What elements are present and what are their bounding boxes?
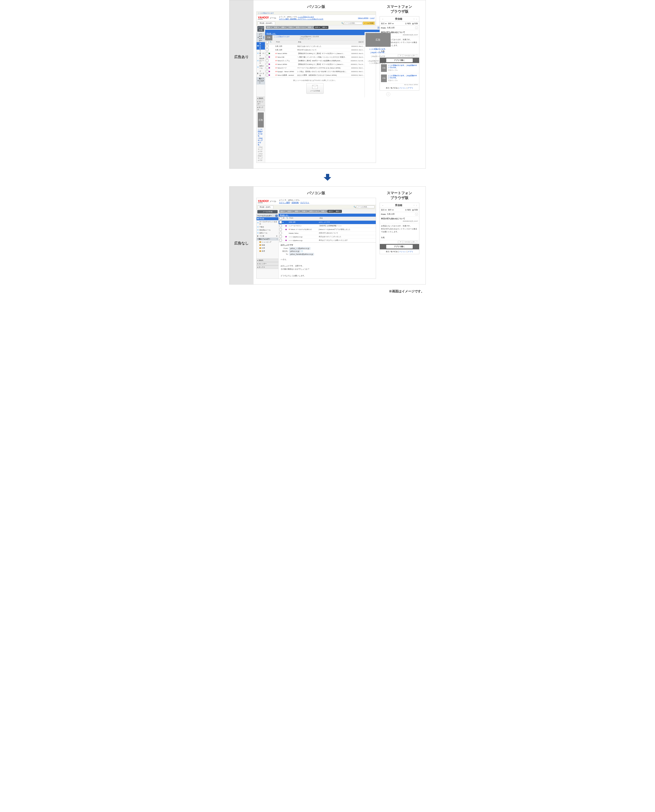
up-icon[interactable]: ↑ <box>413 204 415 206</box>
mail-row[interactable]: ☆ Y!Yahoo! メールからのお知らせ [Yahoo!メール]Android… <box>278 228 376 232</box>
top-ad-bar[interactable]: ここに広告が入ります <box>257 12 376 15</box>
sidebar-personal-folder[interactable]: 仕事 <box>257 246 278 249</box>
down-icon[interactable]: ↓ <box>415 204 418 206</box>
toolbar-button[interactable]: 返信 ▼ <box>279 210 286 213</box>
header-ad-link-1[interactable]: ここに広告が入ります <box>298 16 314 18</box>
from-chip[interactable]: yahoo_○○@yahoo.co.jp <box>289 247 311 249</box>
toolbar-button[interactable]: 削除 ▼ <box>320 210 328 213</box>
delete-button[interactable]: 🗑削除 <box>412 22 418 25</box>
toolbar-button[interactable]: 返信 ▼ <box>266 26 273 29</box>
toolbar-button[interactable]: 印刷 ▼ <box>288 26 295 29</box>
mail-row[interactable]: Y!Yahoo! JAPAN 【変動金利で0.399%よりご案内】ヤフーの住宅ロ… <box>265 63 364 66</box>
row-checkbox[interactable] <box>266 48 268 51</box>
footer-app-link[interactable]: アプリ <box>408 87 413 89</box>
row-checkbox[interactable] <box>266 70 268 73</box>
row-checkbox[interactable] <box>279 239 282 241</box>
reply-button[interactable]: 返信 ▼ <box>381 209 387 211</box>
back-icon[interactable]: ← <box>381 204 384 206</box>
inline-ad-row[interactable]: 広告 ここに広告が入ります これは広告のサンプルです広告が入ります <box>265 35 364 40</box>
inbox-header[interactable]: 受信箱（10） <box>265 32 364 35</box>
right-ad-column[interactable]: 広告 ここに広告が入ります。 これはサンプルです。 これはサンプルです これは広… <box>364 32 391 97</box>
row-checkbox[interactable] <box>279 235 282 238</box>
select-all-checkbox[interactable] <box>266 41 269 43</box>
toolbar-button[interactable]: 削除 ▼ <box>307 26 314 29</box>
inbox-tab[interactable]: 受信箱（全698件） <box>258 22 275 25</box>
toolbar-button[interactable]: 操作 ▼ <box>335 210 342 213</box>
register-info-link[interactable]: 登録情報 <box>292 201 299 204</box>
help-link[interactable]: ヘルプ <box>370 17 375 19</box>
header-links[interactable]: ログイン履歴 - 登録情報 - ログアウト - <box>279 18 308 20</box>
sidebar-personal-folder[interactable]: 家族 <box>257 243 278 246</box>
row-checkbox[interactable] <box>279 225 282 227</box>
yahoo-japan-link[interactable]: Yahoo! JAPAN <box>358 17 368 19</box>
row-checkbox[interactable] <box>266 55 268 58</box>
delete-button[interactable]: 🗑削除 <box>412 209 418 211</box>
info-icon[interactable]: ⓘ <box>301 250 303 252</box>
compose-button[interactable]: メールの作成 <box>257 210 278 214</box>
toolbar-button[interactable]: 印刷 ▼ <box>301 210 308 213</box>
toolbar-button[interactable]: 表示 ▼ <box>314 26 321 29</box>
row-checkbox[interactable] <box>266 66 268 69</box>
back-icon[interactable]: ← <box>381 18 384 20</box>
pagetop-button[interactable]: ⤒ ページトップへ <box>398 54 418 57</box>
sidebar-folder[interactable]: 📧迷惑メール <box>257 65 265 70</box>
mail-row[interactable]: Y!Yahoo!カード ヤフーカードなら毎月5のつく日で7%たまる [Yahoo… <box>265 66 364 70</box>
to2-chip[interactable]: yahoo_hanako@yahoo.co.jp <box>289 253 314 255</box>
search-input[interactable] <box>357 206 375 208</box>
personal-header[interactable]: ▼ 個人フォルダー+ <box>257 238 278 241</box>
row-checkbox[interactable] <box>266 45 268 48</box>
mail-row[interactable]: Y!Yahoo!プレミアム 【未獲得のご案内】2000円クーポン&会員費6カ月無… <box>265 59 364 63</box>
sidebar-folder[interactable]: 📧送信済みメール <box>257 229 278 232</box>
collapse-icon[interactable]: « <box>275 215 278 217</box>
row-checkbox[interactable] <box>279 221 282 223</box>
login-history-link[interactable]: ログイン履歴 <box>279 201 290 204</box>
report-button[interactable]: 🗒報告 <box>405 209 411 211</box>
row-checkbox[interactable] <box>266 74 268 76</box>
inbox-header[interactable]: 受信箱（8） <box>278 214 376 217</box>
mail-row[interactable]: Y!Yahoo! BB ＼宅配で届くインターネット回線／コンセントにさすだけ! … <box>265 55 364 59</box>
toolbar-button[interactable]: 転送 ▼ <box>273 26 280 29</box>
sidebar-ad[interactable]: 広告 ここに広告が入ります。 これはサンプルです。 これはサンプルです これは広… <box>258 112 264 161</box>
mail-row[interactable]: Y!Yahoo! 自動車 - carview! あなたの愛車、自賠責切れてません… <box>265 74 364 77</box>
inbox-tab[interactable]: 受信箱（全8件） <box>258 205 274 209</box>
header-ad-link-2[interactable]: ここに広告が入ります <box>308 18 323 20</box>
sidebar-folder[interactable]: 📧迷惑メール <box>257 232 278 235</box>
expand-from-icon[interactable]: ⌄ <box>415 27 418 29</box>
report-button[interactable]: 🗒報告 <box>405 22 411 25</box>
yahoo-logo[interactable]: YAHOO!JAPAN <box>258 199 269 203</box>
sidebar-section[interactable]: ▸ 連絡先 <box>257 97 265 100</box>
sidebar-folder[interactable]: 🗑ゴミ箱🗑 <box>257 235 278 238</box>
toolbar-button[interactable]: 転送 ▼ <box>286 210 294 213</box>
select-all-checkbox[interactable] <box>280 217 282 220</box>
reply-button[interactable]: 返信 ▼ <box>381 22 387 25</box>
folders-header[interactable]: ▼ メールフォルダー« <box>257 214 278 217</box>
mail-row[interactable]: ☆ ○○メールマガジン 【特別号】お得情報満載！○○○○ <box>278 224 376 228</box>
compose-large-button[interactable]: メールの作成 <box>306 83 324 94</box>
row-checkbox[interactable] <box>266 63 268 65</box>
mail-row[interactable]: ★ 矢風 太郎 お久しぶりです <box>278 221 376 224</box>
mail-row[interactable]: Y!Yahoo! JAPAN 【変動金利で0.399%よりご案内】ヤフーの住宅ロ… <box>265 52 364 55</box>
sidebar-section[interactable]: ▸ ボックス <box>257 106 265 111</box>
footer-pc-link[interactable]: パソコン <box>399 87 406 89</box>
row-checkbox[interactable] <box>279 232 282 234</box>
sidebar-folder[interactable]: 📧すべてのアカウントを表示 <box>257 220 278 226</box>
personal-header[interactable]: ▼ 個人フォルダー <box>257 77 265 85</box>
yahoo-logo[interactable]: YAHOO!JAPAN <box>258 16 269 20</box>
sidebar-folder[interactable]: 📧送信済みメール <box>257 57 265 65</box>
toolbar-button[interactable]: 迷惑メール ▼ <box>295 26 307 29</box>
sidebar-folder[interactable]: 📧受信箱10 <box>257 42 265 49</box>
toolbar-button[interactable]: 迷惑メール ▼ <box>308 210 320 213</box>
mail-row[interactable]: ☆ Hanako Yahoo 次回の打ち合わせについて <box>278 232 376 235</box>
mail-row[interactable]: 矢風 太郎 先ほどはありがとうございました 2020/6/15, Mon 1… <box>265 45 364 48</box>
ops-button[interactable]: 操作 ▼ <box>388 22 394 25</box>
row-checkbox[interactable] <box>266 59 268 62</box>
mail-row[interactable]: Y!Gyoppy! - Yahoo! JAPAN レジ袋は、悪者扱いされている?… <box>265 70 364 74</box>
mail-row[interactable]: ☆ ○○○○○@yahoo.co.jp 本日はどうぞよろしくお願いいたします <box>278 239 376 242</box>
mail-row[interactable]: 矢風 太郎 本日の打ち合わせについて 2020/6/15, Mon 1… <box>265 48 364 52</box>
sidebar-section[interactable]: ▸ ボックス <box>257 265 278 269</box>
sidebar-section[interactable]: ▸ カレンダー <box>257 262 278 265</box>
up-icon[interactable]: ↑ <box>413 18 415 20</box>
mail-row[interactable]: ☆ ○○○○○@yahoo.co.jp 先日はありがとうございました <box>278 235 376 239</box>
row-checkbox[interactable] <box>266 52 268 55</box>
sidebar-folder[interactable]: 🗑ゴミ箱4🗑 <box>257 70 265 77</box>
